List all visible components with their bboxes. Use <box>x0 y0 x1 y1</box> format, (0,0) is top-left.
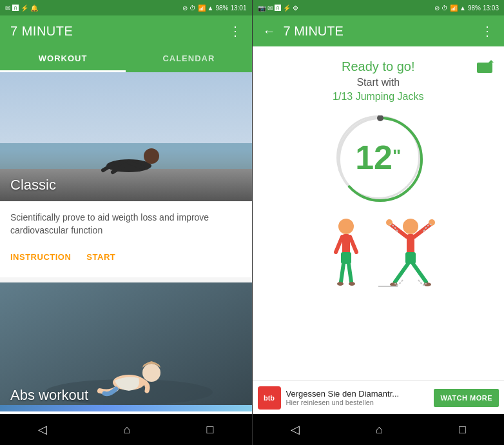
classic-desc: Scientifically prove to aid weigth loss … <box>0 201 252 242</box>
svg-point-36 <box>423 282 431 286</box>
classic-image: Classic <box>0 72 252 201</box>
svg-line-33 <box>395 264 408 282</box>
right-battery: 98% <box>468 5 481 12</box>
right-time: 13:03 <box>483 5 499 12</box>
right-app-title: 7 MINUTE <box>284 24 474 39</box>
left-nav-back[interactable]: ◁ <box>38 422 47 437</box>
svg-line-20 <box>336 237 342 252</box>
back-icon[interactable]: ← <box>263 24 276 39</box>
tab-calendar[interactable]: CALENDAR <box>126 46 251 72</box>
svg-point-11 <box>142 364 160 382</box>
instruction-button[interactable]: INSTRUCTION <box>5 247 76 267</box>
right-app-header: ← 7 MINUTE ⋮ <box>253 15 505 46</box>
abs-image: Abs workout <box>0 282 252 411</box>
right-nav-square[interactable]: □ <box>459 423 466 437</box>
ad-title: Vergessen Sie den Diamantr... <box>286 389 429 399</box>
left-status-icons: ✉🅰⚡🔔 <box>5 5 38 12</box>
svg-point-31 <box>386 219 393 226</box>
ready-text: Ready to go! <box>342 59 414 74</box>
tab-workout[interactable]: WORKOUT <box>0 46 126 72</box>
right-menu-icon[interactable]: ⋮ <box>481 23 494 39</box>
tab-bar: WORKOUT CALENDAR <box>0 46 252 72</box>
left-menu-icon[interactable]: ⋮ <box>229 23 242 39</box>
svg-rect-12 <box>477 63 492 73</box>
svg-line-34 <box>413 264 426 282</box>
svg-rect-28 <box>405 252 416 264</box>
right-nav-back[interactable]: ◁ <box>291 422 300 437</box>
svg-line-21 <box>350 237 356 252</box>
ad-subtitle: Hier reinlesen und bestellen <box>286 399 429 406</box>
left-nav-bar: ◁ ⌂ □ <box>0 414 252 445</box>
svg-marker-13 <box>489 60 494 63</box>
exercise-figures <box>307 212 449 302</box>
right-status-icons-left: 📷✉🅰⚡⚙ <box>258 5 298 12</box>
svg-point-16 <box>377 115 383 121</box>
right-status-icons-right: ⊘⏱📶▲ 98% 13:03 <box>434 5 499 12</box>
svg-line-23 <box>349 264 351 282</box>
watch-more-button[interactable]: WATCH MORE <box>434 389 499 407</box>
left-battery: 98% <box>215 5 228 12</box>
svg-point-4 <box>144 148 159 164</box>
svg-point-17 <box>338 219 354 234</box>
left-nav-home[interactable]: ⌂ <box>123 423 130 437</box>
svg-point-24 <box>337 282 344 286</box>
abs-label: Abs workout <box>10 387 88 404</box>
classic-card: Classic Scientifically prove to aid weig… <box>0 72 252 277</box>
svg-point-32 <box>429 219 435 226</box>
ad-text: Vergessen Sie den Diamantr... Hier reinl… <box>286 389 429 406</box>
timer-arc-svg <box>336 115 424 203</box>
svg-point-25 <box>349 282 355 286</box>
left-time: 13:01 <box>230 5 246 12</box>
svg-point-26 <box>403 219 418 234</box>
right-nav-bar: ◁ ⌂ □ <box>253 414 505 445</box>
svg-line-22 <box>341 264 344 282</box>
ad-logo: btb <box>258 386 281 410</box>
start-text: Start with <box>356 77 400 88</box>
abs-card: Abs workout Get sexy, flat and firm abdo… <box>0 282 252 414</box>
start-button[interactable]: START <box>81 247 121 267</box>
left-panel: ✉🅰⚡🔔 ⊘⏱📶▲ 98% 13:01 7 MINUTE ⋮ WORKOUT C… <box>0 0 252 445</box>
classic-label: Classic <box>10 177 56 193</box>
right-nav-home[interactable]: ⌂ <box>376 423 383 437</box>
classic-actions: INSTRUCTION START <box>0 242 252 277</box>
left-app-title: 7 MINUTE <box>10 24 73 39</box>
right-status-bar: 📷✉🅰⚡⚙ ⊘⏱📶▲ 98% 13:03 <box>253 0 505 15</box>
timer-circle: 12 " <box>336 115 420 199</box>
right-panel: 📷✉🅰⚡⚙ ⊘⏱📶▲ 98% 13:03 ← 7 MINUTE ⋮ Ready … <box>253 0 505 445</box>
camera-icon[interactable] <box>476 59 494 77</box>
workout-content: Ready to go! Start with 1/13 Jumping Jac… <box>253 46 505 381</box>
camera-svg <box>476 59 494 74</box>
left-app-header: 7 MINUTE ⋮ <box>0 15 252 46</box>
ad-banner: btb Vergessen Sie den Diamantr... Hier r… <box>253 381 505 414</box>
left-status-right: ⊘⏱📶▲ 98% 13:01 <box>182 5 247 12</box>
left-status-bar: ✉🅰⚡🔔 ⊘⏱📶▲ 98% 13:01 <box>0 0 252 15</box>
workout-list: Classic Scientifically prove to aid weig… <box>0 72 252 414</box>
figures-svg <box>307 212 449 302</box>
svg-rect-19 <box>341 252 351 264</box>
left-nav-square[interactable]: □ <box>207 423 214 437</box>
exercise-text: 1/13 Jumping Jacks <box>333 91 423 103</box>
